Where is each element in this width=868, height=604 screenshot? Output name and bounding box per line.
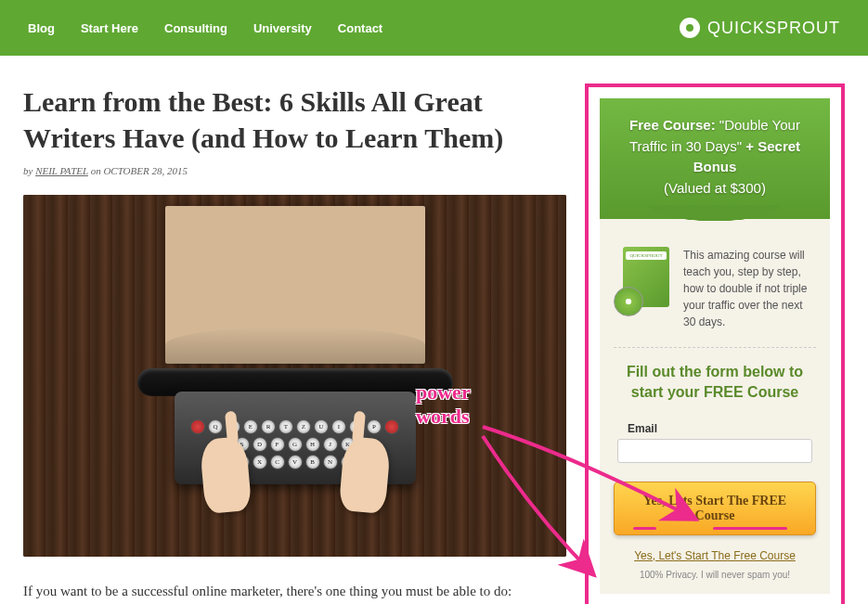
hero-image: QWERTZUIOP ASDFGHJKL YXCVBNM bbox=[23, 195, 566, 557]
nav-menu: Blog Start Here Consulting University Co… bbox=[28, 21, 382, 35]
product-image bbox=[614, 247, 674, 316]
author-link[interactable]: NEIL PATEL bbox=[35, 165, 88, 176]
privacy-text: 100% Privacy. I will never spam you! bbox=[614, 570, 816, 580]
sidebar-promo: Free Course: "Double Your Traffic in 30 … bbox=[585, 84, 845, 604]
nav-consulting[interactable]: Consulting bbox=[164, 21, 227, 35]
nav-contact[interactable]: Contact bbox=[338, 21, 382, 35]
nav-start-here[interactable]: Start Here bbox=[81, 21, 138, 35]
brand-name: QUICKSPROUT bbox=[707, 19, 840, 38]
annotation-underline bbox=[713, 527, 787, 530]
nav-blog[interactable]: Blog bbox=[28, 21, 55, 35]
cta-button[interactable]: Yes, Lets Start The FREE Course bbox=[614, 482, 816, 535]
annotation-underline bbox=[633, 527, 656, 530]
brand-logo[interactable]: QUICKSPROUT bbox=[680, 18, 840, 38]
promo-description: This amazing course will teach you, step… bbox=[683, 247, 816, 330]
form-title: Fill out the form below to start your FR… bbox=[614, 362, 816, 404]
byline: by NEIL PATEL on OCTOBER 28, 2015 bbox=[23, 165, 566, 176]
header-nav: Blog Start Here Consulting University Co… bbox=[0, 0, 868, 56]
publish-date: OCTOBER 28, 2015 bbox=[103, 165, 188, 176]
alt-cta-link[interactable]: Yes, Let's Start The Free Course bbox=[614, 549, 816, 562]
article-body: If you want to be a successful online ma… bbox=[23, 580, 566, 602]
promo-header: Free Course: "Double Your Traffic in 30 … bbox=[600, 98, 830, 219]
nav-university[interactable]: University bbox=[253, 21, 312, 35]
logo-icon bbox=[680, 18, 700, 38]
email-input[interactable] bbox=[617, 439, 812, 463]
divider bbox=[614, 347, 816, 348]
main-article: Learn from the Best: 6 Skills All Great … bbox=[23, 84, 566, 604]
article-title: Learn from the Best: 6 Skills All Great … bbox=[23, 84, 566, 156]
email-label: Email bbox=[628, 422, 816, 435]
